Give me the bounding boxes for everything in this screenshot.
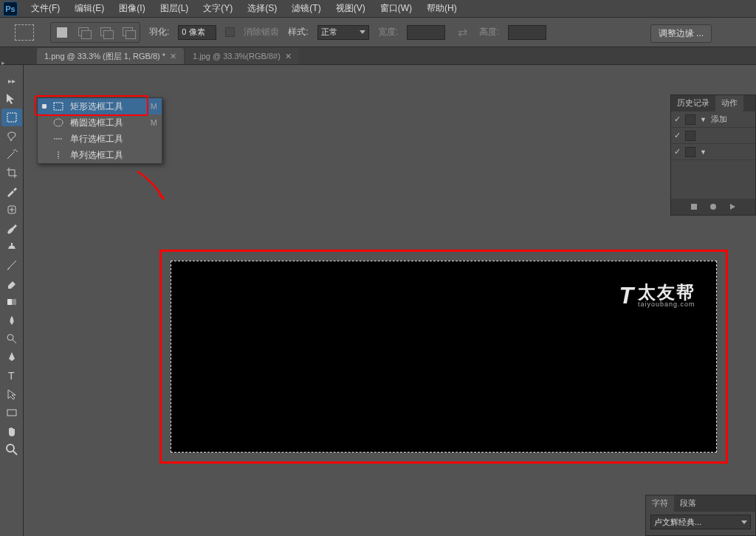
style-label: 样式: (288, 26, 308, 38)
tool-preset-icon[interactable] (15, 24, 34, 41)
menu-window[interactable]: 窗口(W) (373, 0, 419, 17)
type-tool[interactable]: T (1, 367, 22, 385)
annotation-highlight-canvas: T 太友帮 taiyoubang.com (159, 250, 728, 464)
action-row[interactable]: ✓ ▼ (671, 144, 755, 160)
menu-image[interactable]: 图像(I) (111, 0, 152, 17)
row-marquee-icon (52, 134, 64, 144)
menu-file[interactable]: 文件(F) (24, 0, 67, 17)
svg-rect-6 (7, 410, 16, 416)
antialias-checkbox[interactable] (225, 27, 235, 37)
lasso-tool[interactable] (1, 127, 22, 145)
action-label: 添加 (711, 114, 727, 125)
svg-point-9 (54, 119, 63, 126)
flyout-shortcut: M (151, 118, 157, 127)
toggle-icon[interactable] (685, 114, 695, 125)
close-icon[interactable]: ✕ (285, 52, 292, 61)
tab-character[interactable]: 字符 (646, 495, 674, 512)
feather-label: 羽化: (149, 26, 169, 38)
swap-icon: ⇄ (454, 25, 470, 40)
svg-rect-12 (691, 204, 697, 210)
menu-type[interactable]: 文字(Y) (196, 0, 240, 17)
dodge-tool[interactable] (1, 330, 22, 348)
eraser-tool[interactable] (1, 275, 22, 292)
expand-icon[interactable]: ▸▸ (1, 72, 22, 89)
flyout-rect-marquee[interactable]: 矩形选框工具 M (38, 98, 162, 114)
flyout-label: 矩形选框工具 (70, 100, 145, 113)
clone-stamp-tool[interactable] (1, 238, 22, 255)
gradient-tool[interactable] (1, 293, 22, 311)
rectangle-tool[interactable] (1, 404, 22, 422)
tab-document-2[interactable]: 1.jpg @ 33.3%(RGB/8#) ✕ (185, 48, 299, 64)
menu-select[interactable]: 选择(S) (240, 0, 284, 17)
menu-view[interactable]: 视图(V) (329, 0, 373, 17)
style-select[interactable]: 正常 (317, 25, 369, 40)
svg-point-4 (7, 334, 13, 340)
refine-edge-button[interactable]: 调整边缘 ... (650, 24, 712, 43)
menu-filter[interactable]: 滤镜(T) (284, 0, 328, 17)
chevron-down-icon (360, 30, 365, 34)
tab-actions[interactable]: 动作 (715, 95, 743, 111)
eyedropper-tool[interactable] (1, 182, 22, 200)
add-selection-button[interactable] (75, 24, 94, 41)
pen-tool[interactable] (1, 348, 22, 366)
menu-help[interactable]: 帮助(H) (419, 0, 464, 17)
tab-paragraph[interactable]: 段落 (674, 495, 702, 512)
healing-brush-tool[interactable] (1, 201, 22, 219)
menu-edit[interactable]: 编辑(E) (67, 0, 111, 17)
flyout-row-marquee[interactable]: 单行选框工具 (38, 131, 162, 147)
annotation-arrow (131, 167, 176, 211)
triangle-down-icon: ▼ (700, 116, 707, 123)
menu-layer[interactable]: 图层(L) (153, 0, 196, 17)
crop-tool[interactable] (1, 164, 22, 182)
selection-mode-group (50, 22, 140, 43)
document-tabs: 1.png @ 33.3% (图层 1, RGB/8) * ✕ 1.jpg @ … (0, 47, 756, 65)
intersect-selection-button[interactable] (119, 24, 138, 41)
active-dot-icon (42, 104, 47, 109)
tab-history[interactable]: 历史记录 (671, 95, 715, 111)
blur-tool[interactable] (1, 312, 22, 329)
zoom-tool[interactable] (1, 441, 22, 458)
flyout-label: 单行选框工具 (70, 133, 157, 145)
watermark: T 太友帮 taiyoubang.com (619, 282, 695, 309)
width-label: 宽度: (378, 26, 398, 38)
play-icon[interactable] (728, 202, 737, 211)
action-row[interactable]: ✓ ▼ 添加 (671, 111, 755, 128)
magic-wand-tool[interactable] (1, 145, 22, 163)
tab-title: 1.jpg @ 33.3%(RGB/8#) (193, 52, 281, 61)
flyout-label: 椭圆选框工具 (70, 117, 145, 129)
panel-footer (671, 199, 755, 215)
watermark-en: taiyoubang.com (638, 301, 695, 308)
marquee-tool[interactable] (1, 109, 22, 126)
stop-icon[interactable] (690, 202, 698, 211)
flyout-ellipse-marquee[interactable]: 椭圆选框工具 M (38, 114, 162, 131)
panel-tabs: 历史记录 动作 (671, 95, 755, 111)
triangle-down-icon: ▼ (700, 148, 707, 156)
options-bar: 羽化: 消除锯齿 样式: 正常 宽度: ⇄ 高度: 调整边缘 ... (0, 18, 756, 47)
brush-tool[interactable] (1, 219, 22, 237)
flyout-col-marquee[interactable]: 单列选框工具 (38, 147, 162, 163)
action-row[interactable]: ✓ (671, 128, 755, 144)
new-selection-button[interactable] (52, 24, 72, 41)
svg-text:T: T (8, 370, 15, 382)
history-brush-tool[interactable] (1, 256, 22, 274)
toggle-icon[interactable] (685, 131, 695, 141)
subtract-selection-button[interactable] (97, 24, 116, 41)
toggle-icon[interactable] (685, 147, 695, 157)
svg-rect-3 (7, 299, 12, 305)
close-icon[interactable]: ✕ (170, 52, 176, 61)
move-tool[interactable] (1, 90, 22, 108)
rect-marquee-icon (52, 101, 64, 111)
font-select[interactable]: 卢文辉经典... (650, 515, 751, 529)
tab-title: 1.png @ 33.3% (图层 1, RGB/8) * (44, 51, 165, 62)
marquee-selection[interactable]: T 太友帮 taiyoubang.com (171, 261, 717, 453)
record-icon[interactable] (709, 202, 718, 211)
feather-input[interactable] (178, 25, 216, 40)
path-selection-tool[interactable] (1, 385, 22, 403)
watermark-logo-icon: T (619, 282, 633, 309)
hand-tool[interactable] (1, 422, 22, 440)
svg-point-7 (7, 444, 14, 452)
tab-document-1[interactable]: 1.png @ 33.3% (图层 1, RGB/8) * ✕ (37, 48, 184, 64)
font-name: 卢文辉经典... (654, 517, 701, 528)
chevron-down-icon (741, 520, 747, 524)
ellipse-marquee-icon (52, 117, 64, 128)
